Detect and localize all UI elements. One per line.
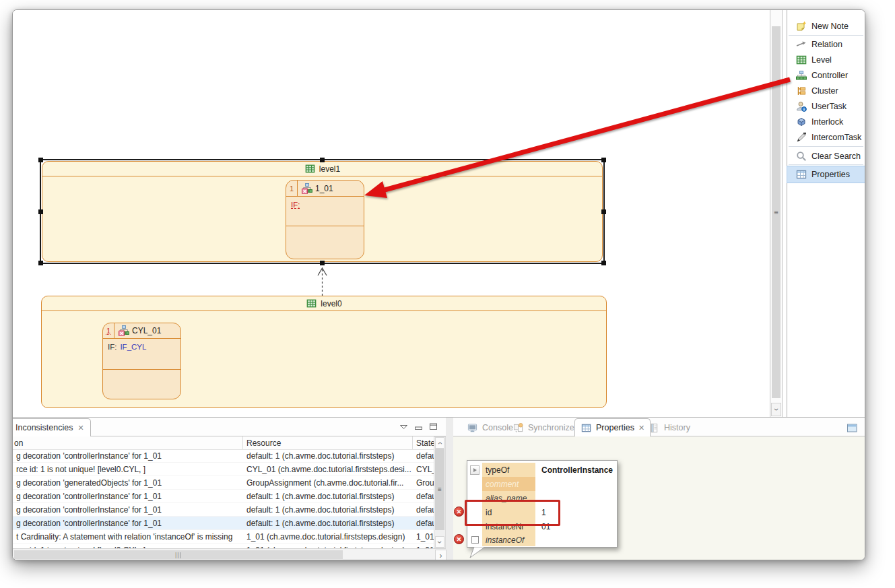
if-value: IF_CYL	[120, 343, 146, 351]
level1-title-label: level1	[319, 164, 340, 174]
table-row[interactable]: g decoration 'controllerInstance' for 1_…	[13, 503, 434, 517]
resize-handle[interactable]	[320, 261, 325, 265]
view-menu-icon[interactable]	[399, 422, 409, 431]
cell-description: t Cardinality: A statement with relation…	[13, 532, 243, 542]
resize-handle[interactable]	[601, 158, 606, 162]
controller-error-icon	[301, 183, 312, 194]
view-toolbar	[399, 422, 438, 431]
level-icon	[306, 298, 317, 309]
canvas-vertical-scrollbar[interactable]: ≡ ›	[770, 10, 783, 417]
level0-box[interactable]: level0 1 CYL_01 IF:	[41, 296, 607, 408]
relation-icon	[795, 39, 807, 51]
palette-item-new-note[interactable]: New Note	[787, 19, 865, 34]
chevron-right-icon: ›	[440, 551, 442, 560]
table-row-selected[interactable]: g decoration 'controllerInstance' for 1_…	[13, 517, 434, 530]
palette-item-label: Properties	[811, 170, 850, 179]
inconsistencies-tabbar: Inconsistencies ✕	[13, 418, 446, 436]
cell-resource: CYL_01 (ch.avme.doc.tutorial.firststeps.…	[243, 465, 413, 474]
column-description[interactable]: on	[13, 436, 243, 449]
expand-button[interactable]	[470, 465, 479, 475]
resize-handle[interactable]	[601, 209, 606, 214]
element-cyl-01[interactable]: 1 CYL_01 IF: IF_CYL	[102, 323, 181, 399]
column-resource[interactable]: Resource	[243, 436, 413, 449]
table-row[interactable]: t Cardinality: A statement with relation…	[13, 530, 434, 544]
palette-item-relation[interactable]: Relation	[787, 37, 865, 52]
checkbox[interactable]	[471, 536, 479, 544]
property-row-instanceof[interactable]: instanceOf	[467, 533, 617, 546]
resize-handle[interactable]	[38, 209, 43, 214]
element-1-01[interactable]: 1 1_01 IF:	[286, 180, 364, 259]
scroll-down-button[interactable]: ›	[771, 403, 781, 416]
tab-history[interactable]: History	[649, 420, 690, 435]
x-glyph: ✕	[457, 509, 462, 515]
scroll-right-button[interactable]: ›	[435, 550, 446, 560]
property-value: ControllerInstance	[535, 465, 617, 475]
instance-of-connector[interactable]	[315, 265, 329, 297]
tab-inconsistencies[interactable]: Inconsistencies ✕	[12, 418, 91, 436]
table-vertical-scrollbar[interactable]: › ≡ ›	[434, 436, 446, 548]
minimize-icon[interactable]	[413, 422, 424, 431]
scroll-up-button[interactable]: ›	[435, 437, 444, 449]
palette-item-usertask[interactable]: UserTask	[787, 99, 865, 114]
scroll-down-button[interactable]: ›	[435, 536, 444, 548]
palette-item-cluster[interactable]: Cluster	[787, 84, 865, 98]
restore-panel-icon[interactable]	[847, 422, 858, 434]
table-row[interactable]: rce id: 1 is not unique! [level0.CYL, ] …	[13, 463, 434, 476]
palette-item-label: Controller	[811, 71, 848, 80]
close-icon[interactable]: ✕	[77, 424, 84, 432]
scrollbar-thumb[interactable]: ≡	[772, 26, 781, 398]
tab-properties[interactable]: Properties ✕	[574, 418, 651, 436]
resize-handle[interactable]	[601, 261, 606, 265]
palette-item-controller[interactable]: Controller	[787, 68, 865, 83]
table-row[interactable]: g decoration 'controllerInstance' for 1_…	[13, 449, 434, 463]
cell-resource: GroupAssignment (ch.avme.doc.tutorial.fi…	[243, 478, 413, 488]
column-state[interactable]: State	[413, 436, 434, 449]
cell-state: defau	[413, 505, 434, 515]
element-cyl-01-index: 1	[103, 323, 114, 338]
panel-sash[interactable]	[446, 418, 453, 560]
scrollbar-thumb[interactable]: ≡	[435, 449, 444, 530]
palette-separator	[789, 164, 863, 165]
level0-title-label: level0	[321, 299, 341, 308]
properties-tabbar: Console Synchronize Properties ✕ Histor	[453, 418, 865, 436]
table-horizontal-scrollbar[interactable]: ||| ›	[13, 548, 446, 560]
cell-description: rce id: 1 is not unique! [level0.CYL, ]	[13, 465, 243, 474]
new-note-icon	[795, 21, 807, 32]
palette-item-intercomtask[interactable]: IntercomTask	[787, 130, 865, 145]
palette-item-interlock[interactable]: Interlock	[787, 115, 865, 129]
cell-description: g decoration 'controllerInstance' for 1_…	[13, 519, 243, 528]
close-icon[interactable]: ✕	[638, 424, 644, 432]
element-cyl-01-if-section: IF: IF_CYL	[103, 339, 180, 370]
tab-label: History	[664, 423, 690, 432]
tool-palette: New Note Relation Level Controller Clus	[787, 10, 865, 417]
table-row[interactable]: g decoration 'generatedObjects' for 1_01…	[13, 476, 434, 490]
diagram-canvas[interactable]: level1 1 1_01 IF:	[13, 10, 865, 418]
cell-description: g decoration 'controllerInstance' for 1_…	[13, 451, 243, 461]
palette-item-properties[interactable]: Properties	[787, 166, 865, 183]
property-row-typeof[interactable]: typeOf ControllerInstance	[467, 463, 617, 477]
tab-console[interactable]: Console	[467, 420, 513, 435]
cell-resource: default: 1 (ch.avme.doc.tutorial.firstst…	[243, 451, 413, 461]
resize-handle[interactable]	[38, 158, 43, 162]
scrollbar-thumb[interactable]: |||	[14, 550, 343, 559]
property-row-comment[interactable]: comment	[467, 477, 617, 491]
palette-item-clear-search[interactable]: Clear Search	[787, 149, 865, 164]
table-row[interactable]: rce id: 1 is not unique! [level0.CYL, ] …	[13, 544, 434, 548]
resize-handle[interactable]	[38, 261, 43, 265]
maximize-icon[interactable]	[428, 422, 438, 431]
palette-separator	[789, 35, 863, 36]
if-label: IF:	[108, 343, 117, 351]
grip-icon: ≡	[774, 208, 778, 216]
palette-item-label: UserTask	[811, 102, 847, 111]
table-row[interactable]: g decoration 'controllerInstance' for 1_…	[13, 490, 434, 503]
palette-item-level[interactable]: Level	[787, 53, 865, 67]
level-icon	[304, 163, 316, 174]
level1-box[interactable]: level1 1 1_01 IF:	[40, 159, 605, 264]
property-name: comment	[482, 477, 535, 491]
synchronize-icon	[512, 422, 524, 434]
tab-synchronize[interactable]: Synchronize	[512, 420, 574, 435]
resize-handle[interactable]	[320, 158, 325, 162]
cell-state: defau	[413, 451, 434, 461]
usertask-icon	[795, 101, 807, 112]
chevron-down-icon: ›	[772, 408, 781, 411]
